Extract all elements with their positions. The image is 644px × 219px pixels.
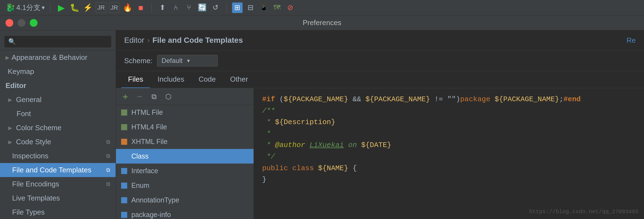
sidebar-item-file-encodings[interactable]: File Encodings ⧉: [0, 177, 116, 191]
sidebar-item-appearance[interactable]: ▶ Appearance & Behavior: [0, 50, 116, 65]
watermark: https://blog.csdn.net/qq_27093465: [529, 207, 638, 216]
highlight-button[interactable]: ⊞: [232, 2, 243, 13]
expand-arrow-codestyle: ▶: [8, 139, 12, 145]
minimize-button[interactable]: [18, 19, 25, 27]
maximize-button[interactable]: [30, 19, 38, 27]
sidebar: 🔍 ▶ Appearance & Behavior Keymap Editor …: [0, 30, 116, 219]
sidebar-item-editor[interactable]: Editor: [0, 79, 116, 93]
code-line-3: * ${Description}: [262, 117, 636, 128]
scheme-arrow: ▾: [187, 57, 190, 64]
run-coverage-button[interactable]: ⚡: [83, 2, 93, 13]
sidebar-item-inspections[interactable]: Inspections ⧉: [0, 149, 116, 163]
scheme-label: Scheme:: [124, 57, 153, 65]
map-button[interactable]: 🗺: [272, 2, 282, 13]
file-list-panel: + − ⧉ ⬡ HTML File: [116, 88, 254, 219]
add-template-button[interactable]: +: [120, 92, 130, 102]
code-token: class: [292, 163, 314, 174]
code-token: ${PACKAGE_NAME}: [495, 94, 559, 105]
code-token: ${Description}: [275, 117, 335, 128]
run-button[interactable]: ▶: [56, 2, 66, 13]
code-line-8: }: [262, 174, 636, 186]
file-item-label: Enum: [131, 181, 149, 189]
code-token: [490, 94, 495, 105]
stop-button[interactable]: ■: [135, 2, 146, 13]
file-item-annotationtype[interactable]: AnnotationType: [116, 193, 254, 207]
file-item-html[interactable]: HTML File: [116, 105, 254, 120]
branch-button[interactable]: ⑂: [184, 2, 194, 13]
file-item-package-info[interactable]: package-info: [116, 207, 254, 219]
file-item-enum[interactable]: Enum: [116, 178, 254, 193]
code-token: ${DATE}: [361, 140, 391, 151]
copy-template-button[interactable]: ⧉: [149, 92, 159, 102]
run-jr2-button[interactable]: JR: [109, 2, 119, 13]
undo-button[interactable]: ↺: [210, 2, 221, 13]
code-token: [314, 163, 318, 174]
interface-file-icon: [120, 167, 128, 175]
sidebar-item-color-scheme[interactable]: ▶ Color Scheme: [0, 121, 116, 135]
html4-file-icon: [120, 123, 128, 131]
sidebar-item-code-style[interactable]: ▶ Code Style ⧉: [0, 135, 116, 149]
sidebar-item-file-code-templates[interactable]: File and Code Templates ⧉: [0, 163, 116, 177]
file-item-interface[interactable]: Interface: [116, 164, 254, 178]
branch-selector[interactable]: 🐉 4.1分支 ▾: [6, 3, 45, 12]
cancel-button[interactable]: ⊘: [285, 2, 296, 13]
annotationtype-file-icon: [120, 196, 128, 204]
code-token: }: [262, 174, 267, 186]
sidebar-item-label: Appearance & Behavior: [12, 53, 87, 62]
code-token: &&: [348, 94, 365, 105]
packageinfo-file-icon: [120, 211, 128, 219]
file-item-label: HTML4 File: [131, 123, 167, 131]
code-line-6: */: [262, 151, 636, 163]
sidebar-item-label: Keymap: [8, 67, 34, 76]
vcs-button[interactable]: ⑃: [171, 2, 181, 13]
file-item-class[interactable]: Class: [116, 149, 254, 164]
code-token: /**: [262, 105, 275, 117]
file-item-xhtml[interactable]: XHTML File: [116, 134, 254, 149]
remove-template-button[interactable]: −: [135, 92, 145, 102]
copy-icon-templates: ⧉: [106, 167, 110, 173]
sync-button[interactable]: 🔄: [197, 2, 207, 13]
breadcrumb-current: File and Code Templates: [152, 36, 243, 45]
sidebar-item-live-templates[interactable]: Live Templates: [0, 191, 116, 205]
code-panel: #if ( ${PACKAGE_NAME} && ${PACKAGE_NAME}…: [254, 88, 644, 219]
copy-icon-inspections: ⧉: [106, 153, 110, 159]
scheme-value: Default: [162, 57, 183, 65]
window-controls: [6, 19, 38, 27]
reset-link[interactable]: Re: [627, 36, 636, 45]
sidebar-item-label: Color Scheme: [16, 124, 62, 132]
sidebar-item-keymap[interactable]: Keymap: [0, 65, 116, 79]
close-button[interactable]: [6, 19, 13, 27]
sidebar-item-file-types[interactable]: File Types: [0, 205, 116, 219]
sidebar-search[interactable]: 🔍: [4, 36, 111, 47]
profile-button[interactable]: 🔥: [122, 2, 133, 13]
tab-other[interactable]: Other: [223, 71, 255, 88]
sidebar-item-label: Inspections: [12, 152, 49, 160]
code-line-1: #if ( ${PACKAGE_NAME} && ${PACKAGE_NAME}…: [262, 94, 636, 105]
tab-includes[interactable]: Includes: [151, 71, 191, 88]
file-item-label: Class: [131, 152, 149, 160]
code-token: ${NAME}: [318, 163, 348, 174]
code-token: != ""): [430, 94, 460, 105]
layout-button[interactable]: ⊟: [245, 2, 256, 13]
enum-file-icon: [120, 182, 128, 189]
sidebar-item-font[interactable]: Font: [0, 107, 116, 121]
deploy-button[interactable]: ⬆: [157, 2, 168, 13]
scheme-dropdown[interactable]: Default ▾: [157, 55, 218, 66]
expand-arrow: ▶: [6, 55, 9, 61]
code-line-5: * @author LiXuekai on ${DATE}: [262, 140, 636, 151]
code-token: @author: [275, 140, 305, 151]
file-item-label: package-info: [131, 211, 171, 219]
file-item-html4[interactable]: HTML4 File: [116, 120, 254, 134]
sidebar-item-general[interactable]: ▶ General: [0, 93, 116, 107]
reset-template-button[interactable]: ⬡: [163, 92, 173, 102]
code-token: [288, 163, 292, 174]
tab-files[interactable]: Files: [121, 71, 150, 88]
device-button[interactable]: 📱: [259, 2, 269, 13]
code-token: ${PACKAGE_NAME}: [366, 94, 430, 105]
code-token: #end: [563, 94, 581, 105]
run-jr-button[interactable]: JR: [96, 2, 106, 13]
debug-button[interactable]: 🐛: [69, 2, 80, 13]
file-item-label: HTML File: [131, 108, 163, 116]
tab-code[interactable]: Code: [192, 71, 222, 88]
branch-dropdown-arrow[interactable]: ▾: [42, 4, 45, 11]
